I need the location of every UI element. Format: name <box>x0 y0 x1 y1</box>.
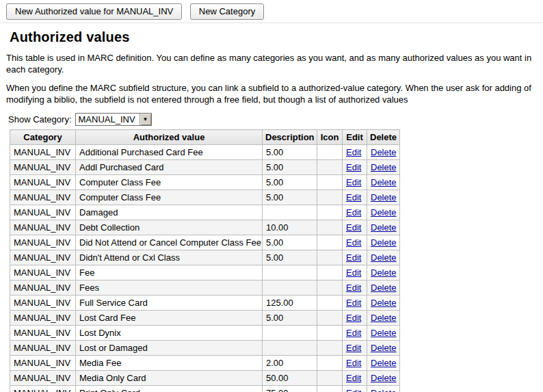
value-cell: Lost or Damaged <box>76 341 263 356</box>
delete-link[interactable]: Delete <box>371 162 397 172</box>
description-cell: 5.00 <box>263 160 317 175</box>
description-cell <box>263 341 317 356</box>
delete-link[interactable]: Delete <box>371 298 397 308</box>
edit-link[interactable]: Edit <box>346 207 361 218</box>
table-row: MANUAL_INVDidn't Attend or Cxl Class5.00… <box>10 250 400 265</box>
edit-link[interactable]: Edit <box>346 237 361 248</box>
chevron-down-icon: ▼ <box>140 114 151 125</box>
new-authorized-value-button[interactable]: New Authorized value for MANUAL_INV <box>6 3 182 20</box>
description-cell: 5.00 <box>263 235 317 250</box>
icon-cell <box>317 175 343 190</box>
description-cell: 5.00 <box>263 145 317 160</box>
description-cell <box>263 265 317 280</box>
edit-cell: Edit <box>343 326 367 341</box>
edit-link[interactable]: Edit <box>346 298 361 308</box>
show-category-label: Show Category: <box>8 114 72 125</box>
delete-link[interactable]: Delete <box>371 283 397 293</box>
intro-paragraph-1: This table is used in MARC definition. Y… <box>6 52 537 75</box>
delete-link[interactable]: Delete <box>371 328 397 338</box>
edit-link[interactable]: Edit <box>346 328 361 338</box>
value-cell: Computer Class Fee <box>76 175 263 190</box>
value-cell: Damaged <box>76 205 263 220</box>
category-select[interactable]: MANUAL_INV ▼ <box>75 113 152 126</box>
delete-link[interactable]: Delete <box>371 343 397 353</box>
header-delete: Delete <box>367 130 400 145</box>
edit-cell: Edit <box>343 356 367 371</box>
category-cell: MANUAL_INV <box>10 175 76 190</box>
delete-link[interactable]: Delete <box>371 207 397 218</box>
edit-link[interactable]: Edit <box>346 283 361 293</box>
delete-cell: Delete <box>367 280 400 296</box>
description-cell: 75.00 <box>263 386 317 392</box>
delete-cell: Delete <box>367 356 400 371</box>
edit-cell: Edit <box>343 175 367 190</box>
edit-link[interactable]: Edit <box>346 222 361 233</box>
table-row: MANUAL_INVFeeEditDelete <box>10 265 400 280</box>
value-cell: Print Only Card <box>76 386 263 392</box>
edit-link[interactable]: Edit <box>346 162 361 172</box>
edit-link[interactable]: Edit <box>346 147 361 157</box>
delete-link[interactable]: Delete <box>371 237 397 248</box>
value-cell: Did Not Attend or Cancel Computer Class … <box>76 235 263 250</box>
category-cell: MANUAL_INV <box>10 205 76 220</box>
icon-cell <box>317 311 343 326</box>
new-category-button[interactable]: New Category <box>190 3 264 20</box>
delete-link[interactable]: Delete <box>371 373 397 383</box>
value-cell: Fees <box>76 280 263 296</box>
edit-cell: Edit <box>343 250 367 265</box>
value-cell: Debt Collection <box>76 220 263 235</box>
delete-link[interactable]: Delete <box>371 252 397 263</box>
edit-link[interactable]: Edit <box>346 267 361 278</box>
page-title: Authorized values <box>10 29 537 45</box>
delete-link[interactable]: Delete <box>371 313 397 323</box>
edit-link[interactable]: Edit <box>346 177 361 187</box>
delete-link[interactable]: Delete <box>371 177 397 187</box>
category-cell: MANUAL_INV <box>10 190 76 205</box>
value-cell: Fee <box>76 265 263 280</box>
edit-cell: Edit <box>343 280 367 296</box>
table-row: MANUAL_INVDebt Collection10.00EditDelete <box>10 220 400 235</box>
delete-link[interactable]: Delete <box>371 267 397 278</box>
edit-link[interactable]: Edit <box>346 313 361 323</box>
icon-cell <box>317 250 343 265</box>
edit-cell: Edit <box>343 386 367 392</box>
authorized-values-table: Category Authorized value Description Ic… <box>10 129 400 392</box>
table-row: MANUAL_INVPrint Only Card75.00EditDelete <box>10 386 400 392</box>
edit-link[interactable]: Edit <box>346 388 361 392</box>
table-header-row: Category Authorized value Description Ic… <box>10 130 400 145</box>
icon-cell <box>317 265 343 280</box>
delete-cell: Delete <box>367 160 400 175</box>
icon-cell <box>317 341 343 356</box>
delete-cell: Delete <box>367 220 400 235</box>
category-cell: MANUAL_INV <box>10 326 76 341</box>
icon-cell <box>317 356 343 371</box>
delete-link[interactable]: Delete <box>371 388 397 392</box>
table-row: MANUAL_INVMedia Fee2.00EditDelete <box>10 356 400 371</box>
edit-link[interactable]: Edit <box>346 358 361 368</box>
edit-cell: Edit <box>343 145 367 160</box>
table-row: MANUAL_INVAdditional Purchased Card Fee5… <box>10 145 400 160</box>
table-row: MANUAL_INVLost or DamagedEditDelete <box>10 341 400 356</box>
edit-link[interactable]: Edit <box>346 343 361 353</box>
value-cell: Computer Class Fee <box>76 190 263 205</box>
icon-cell <box>317 205 343 220</box>
description-cell: 50.00 <box>263 371 317 386</box>
table-row: MANUAL_INVFeesEditDelete <box>10 280 400 296</box>
edit-link[interactable]: Edit <box>346 192 361 202</box>
icon-cell <box>317 190 343 205</box>
edit-link[interactable]: Edit <box>346 252 361 263</box>
delete-link[interactable]: Delete <box>371 192 397 202</box>
edit-cell: Edit <box>343 341 367 356</box>
delete-link[interactable]: Delete <box>371 222 397 233</box>
delete-cell: Delete <box>367 265 400 280</box>
icon-cell <box>317 235 343 250</box>
category-cell: MANUAL_INV <box>10 341 76 356</box>
delete-link[interactable]: Delete <box>371 147 397 157</box>
category-select-value: MANUAL_INV <box>76 114 140 125</box>
delete-link[interactable]: Delete <box>371 358 397 368</box>
delete-cell: Delete <box>367 235 400 250</box>
table-row: MANUAL_INVMedia Only Card50.00EditDelete <box>10 371 400 386</box>
delete-cell: Delete <box>367 371 400 386</box>
description-cell <box>263 205 317 220</box>
edit-link[interactable]: Edit <box>346 373 361 383</box>
